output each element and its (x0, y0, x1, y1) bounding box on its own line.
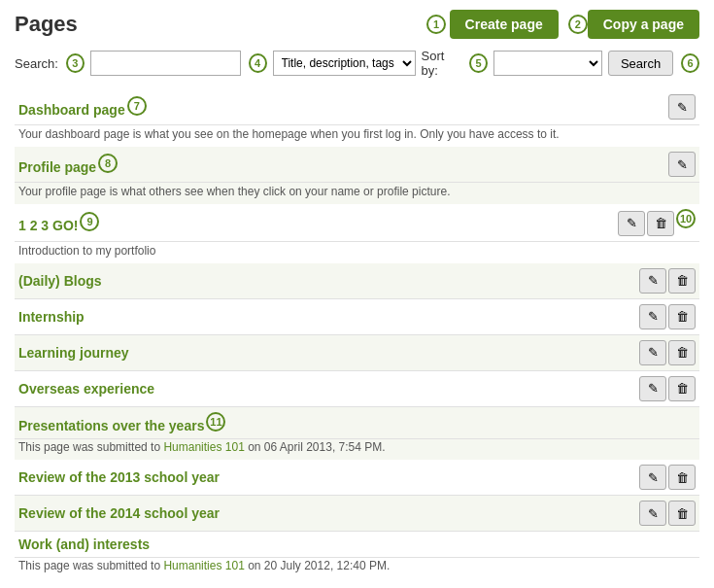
page-desc-dashboard: Your dashboard page is what you see on t… (18, 127, 560, 141)
page-name-review-2014[interactable]: Review of the 2014 school year (18, 505, 220, 521)
search-label: Search: (15, 56, 58, 71)
page-info-row-work-interests: This page was submitted to Humanities 10… (15, 558, 699, 579)
badge-5: 5 (469, 53, 488, 73)
edit-button-profile[interactable]: ✎ (668, 152, 696, 177)
edit-button-dashboard[interactable]: ✎ (668, 94, 696, 120)
table-row: 1 2 3 GO!9✎🗑10 (15, 204, 699, 241)
page-info-row-dashboard: Your dashboard page is what you see on t… (15, 125, 699, 148)
edit-button-review-2014[interactable]: ✎ (639, 501, 666, 526)
table-row: (Daily) Blogs✎🗑 (15, 263, 699, 299)
submitted-link-presentations[interactable]: Humanities 101 (163, 440, 244, 454)
table-row: Profile page8✎ (15, 147, 699, 183)
action-btns-profile: ✎ (612, 147, 699, 183)
table-row: Review of the 2014 school year✎🗑 (15, 496, 699, 532)
page-title: Pages (15, 12, 425, 37)
page-name-dashboard[interactable]: Dashboard page (18, 102, 125, 118)
page-submitted-work-interests: This page was submitted to Humanities 10… (18, 559, 696, 572)
search-button[interactable]: Search (608, 51, 673, 76)
badge-4: 4 (249, 53, 267, 73)
page-submitted-presentations: This page was submitted to Humanities 10… (18, 440, 696, 454)
delete-button-review-2014[interactable]: 🗑 (668, 501, 696, 526)
badge-9: 9 (80, 212, 99, 231)
page-name-presentations[interactable]: Presentations over the years (18, 418, 204, 433)
action-btns-work-interests (612, 532, 699, 558)
copy-page-button[interactable]: Copy a page (588, 10, 699, 39)
delete-button-learning-journey[interactable]: 🗑 (668, 340, 696, 365)
table-row: Dashboard page7✎ (15, 89, 699, 125)
page-name-profile[interactable]: Profile page (18, 159, 96, 175)
action-btns-presentations (612, 406, 699, 438)
table-row: Overseas experience✎🗑 (15, 370, 699, 406)
badge-1: 1 (426, 15, 446, 34)
action-btns-dashboard: ✎ (612, 89, 699, 125)
sort-label: Sort by: (422, 49, 462, 78)
action-btns-review-2014: ✎🗑 (612, 496, 699, 532)
delete-button-daily-blogs[interactable]: 🗑 (668, 268, 696, 294)
action-btns-review-2013: ✎🗑 (612, 460, 699, 496)
search-input[interactable] (90, 51, 241, 76)
badge-10: 10 (676, 209, 696, 228)
edit-button-internship[interactable]: ✎ (639, 304, 666, 329)
badge-6: 6 (681, 53, 699, 73)
delete-button-overseas-experience[interactable]: 🗑 (668, 376, 696, 401)
edit-button-daily-blogs[interactable]: ✎ (639, 268, 666, 294)
page-name-daily-blogs[interactable]: (Daily) Blogs (18, 273, 102, 289)
action-btns-learning-journey: ✎🗑 (612, 334, 699, 370)
page-name-internship[interactable]: Internship (18, 309, 85, 325)
badge-3: 3 (66, 53, 85, 73)
table-row: Review of the 2013 school year✎🗑 (15, 460, 699, 496)
badge-2: 2 (568, 15, 588, 34)
action-btns-daily-blogs: ✎🗑 (612, 263, 699, 299)
edit-button-overseas-experience[interactable]: ✎ (639, 376, 666, 401)
page-name-work-interests[interactable]: Work (and) interests (18, 536, 150, 552)
filter-select[interactable]: Title, description, tags Title only Desc… (273, 51, 416, 76)
page-desc-profile: Your profile page is what others see whe… (18, 185, 450, 198)
page-name-123go[interactable]: 1 2 3 GO! (18, 218, 78, 233)
action-btns-123go: ✎🗑10 (612, 204, 699, 241)
edit-button-review-2013[interactable]: ✎ (639, 465, 666, 490)
create-page-button[interactable]: Create page (450, 10, 559, 39)
action-btns-overseas-experience: ✎🗑 (612, 370, 699, 406)
table-row: Learning journey✎🗑 (15, 334, 699, 370)
delete-button-internship[interactable]: 🗑 (668, 304, 696, 329)
table-row: Work (and) interests (15, 532, 699, 558)
page-desc-123go: Introduction to my portfolio (18, 244, 155, 258)
page-name-learning-journey[interactable]: Learning journey (18, 345, 129, 361)
page-info-row-presentations: This page was submitted to Humanities 10… (15, 439, 699, 461)
submitted-link-work-interests[interactable]: Humanities 101 (163, 559, 244, 572)
badge-8: 8 (98, 154, 118, 173)
page-info-row-profile: Your profile page is what others see whe… (15, 183, 699, 205)
page-name-review-2013[interactable]: Review of the 2013 school year (18, 469, 220, 485)
edit-button-123go[interactable]: ✎ (618, 211, 645, 236)
badge-7: 7 (127, 96, 147, 116)
table-row: Presentations over the years11 (15, 406, 699, 438)
table-row: Internship✎🗑 (15, 298, 699, 334)
sort-select[interactable]: Title Date created Date modified (493, 51, 602, 76)
page-info-row-123go: Introduction to my portfolio (15, 241, 699, 263)
delete-button-123go[interactable]: 🗑 (647, 211, 674, 236)
badge-11: 11 (206, 412, 225, 432)
action-btns-internship: ✎🗑 (612, 298, 699, 334)
delete-button-review-2013[interactable]: 🗑 (668, 465, 696, 490)
edit-button-learning-journey[interactable]: ✎ (639, 340, 666, 365)
page-name-overseas-experience[interactable]: Overseas experience (18, 381, 154, 397)
